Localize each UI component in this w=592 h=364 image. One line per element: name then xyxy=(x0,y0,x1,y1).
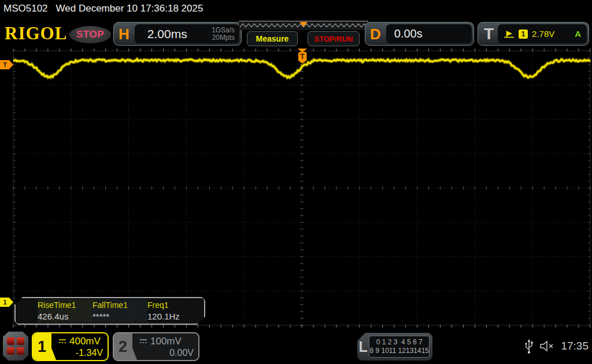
acquisition-info: 1GSa/s20Mpts xyxy=(212,27,239,42)
channel2-number-tab: 2 xyxy=(114,333,137,360)
measurement-label: RiseTime1 xyxy=(38,300,92,310)
logic-label: L xyxy=(357,339,369,355)
sample-rate: 1GSa/s xyxy=(212,26,235,34)
channel1-values: 400mV -1.34V xyxy=(58,333,108,360)
measurement-panel[interactable]: RiseTime1 426.4us FallTime1 ***** Freq1 … xyxy=(14,297,205,325)
logic-row2: 8 9 1011 12131415 xyxy=(369,347,429,355)
logic-row1: 0 1 2 3 4 5 6 7 xyxy=(376,338,423,346)
preview-zigzag-icon xyxy=(239,21,368,30)
measurement-cell[interactable]: RiseTime1 426.4us xyxy=(38,299,92,322)
horizontal-panel[interactable]: H 2.00ms 1GSa/s20Mpts xyxy=(113,22,242,46)
trigger-slope-icon xyxy=(504,29,515,39)
channel2-offset: 0.00V xyxy=(139,348,194,358)
system-datetime: Wed December 10 17:36:18 2025 xyxy=(56,3,204,14)
stop-run-button[interactable]: STOP/RUN xyxy=(308,31,360,46)
run-state-badge[interactable]: STOP xyxy=(69,26,111,43)
model-name: MSO5102 xyxy=(3,3,48,14)
logic-channel-numbers: 0 1 2 3 4 5 6 78 9 1011 12131415 xyxy=(369,336,430,358)
channel2-values: 100mV 0.00V xyxy=(139,333,198,360)
channel1-badge[interactable]: 1 400mV -1.34V xyxy=(32,332,109,361)
measurement-label: Freq1 xyxy=(147,300,202,310)
trigger-source-badge: 1 xyxy=(519,29,528,39)
channel2-badge[interactable]: 2 100mV 0.00V xyxy=(113,332,199,361)
channel2-scale: 100mV xyxy=(150,336,182,347)
measurement-cell[interactable]: Freq1 120.1Hz xyxy=(147,299,202,322)
rigol-logo: RIGOL xyxy=(5,23,67,44)
menu-grid-icon[interactable] xyxy=(3,332,28,361)
titlebar: MSO5102 Wed December 10 17:36:18 2025 xyxy=(0,0,592,17)
measurement-value: 120.1Hz xyxy=(147,311,202,321)
memory-depth: 20Mpts xyxy=(212,34,235,42)
delay-value: 0.00s xyxy=(386,27,423,40)
timebase-value: 2.00ms xyxy=(135,27,212,41)
trigger-label: T xyxy=(478,26,496,42)
trigger-position-badge: T xyxy=(298,52,307,64)
menu-grid-squares xyxy=(7,337,24,355)
trigger-position-marker[interactable]: T xyxy=(297,49,308,64)
waveform-preview-bar[interactable] xyxy=(239,21,368,30)
waveform-display[interactable]: T 1 T RiseTime1 426.4us FallTime1 ***** … xyxy=(0,49,592,328)
delay-panel[interactable]: D 0.00s xyxy=(365,22,474,46)
channel1-offset: -1.34V xyxy=(58,348,103,358)
trigger-level-value: 2.78V xyxy=(532,29,554,39)
status-icons: 17:35 xyxy=(524,328,591,364)
measurement-value: ***** xyxy=(92,311,147,321)
logic-channels-badge[interactable]: L 0 1 2 3 4 5 6 78 9 1011 12131415 xyxy=(357,333,432,361)
dc-coupling-icon xyxy=(58,339,66,344)
horizontal-label: H xyxy=(114,27,133,42)
delay-label: D xyxy=(365,27,384,42)
speaker-muted-icon[interactable] xyxy=(539,340,555,352)
channel1-scale: 400mV xyxy=(69,336,101,347)
delay-inner: 0.00s xyxy=(386,24,472,43)
trigger-sweep-mode: A xyxy=(575,29,581,39)
dc-coupling-icon xyxy=(139,339,147,344)
oscilloscope-screen: MSO5102 Wed December 10 17:36:18 2025 RI… xyxy=(0,0,592,364)
trigger-position-triangle-icon xyxy=(298,49,307,53)
bottom-status-bar: 1 400mV -1.34V 2 xyxy=(0,328,592,364)
measure-button[interactable]: Measure xyxy=(247,31,298,46)
graticule-and-trace xyxy=(0,49,592,328)
horizontal-inner: 2.00ms 1GSa/s20Mpts xyxy=(135,24,239,43)
usb-icon[interactable] xyxy=(524,338,534,354)
trigger-inner: 1 2.78V A xyxy=(498,24,587,43)
measurement-label: FallTime1 xyxy=(92,300,147,310)
clock: 17:35 xyxy=(561,340,589,352)
toolbar: RIGOL STOP H 2.00ms 1GSa/s20Mpts Measure… xyxy=(0,17,592,49)
channel1-number-tab: 1 xyxy=(33,333,56,360)
measurement-cell[interactable]: FallTime1 ***** xyxy=(92,299,147,322)
measurement-value: 426.4us xyxy=(38,311,92,321)
trigger-panel[interactable]: T 1 2.78V A xyxy=(478,22,589,46)
